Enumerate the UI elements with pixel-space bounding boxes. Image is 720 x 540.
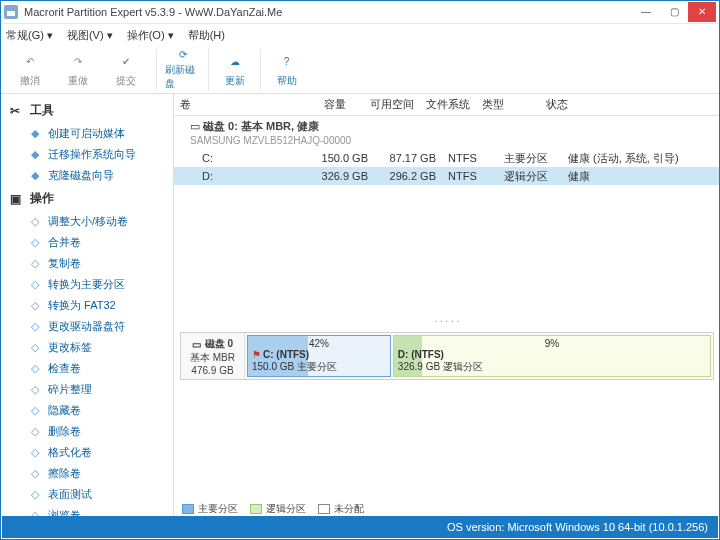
op-icon: ◇	[28, 446, 42, 460]
app-icon	[4, 5, 18, 19]
partition-list-header: 卷 容量 可用空间 文件系统 类型 状态	[174, 94, 720, 116]
col-filesystem[interactable]: 文件系统	[420, 97, 476, 112]
refresh-icon: ⟳	[173, 49, 193, 61]
redo-button[interactable]: ↷重做	[56, 49, 100, 91]
undo-icon: ↶	[20, 52, 40, 72]
partition-row[interactable]: C:150.0 GB87.17 GBNTFS主要分区健康 (活动, 系统, 引导…	[174, 149, 720, 167]
op-icon: ◇	[28, 362, 42, 376]
sidebar-op-item[interactable]: ◇隐藏卷	[0, 400, 173, 421]
update-button[interactable]: ☁更新	[208, 49, 252, 91]
sidebar-op-item[interactable]: ◇删除卷	[0, 421, 173, 442]
op-icon: ◇	[28, 467, 42, 481]
op-icon: ◇	[28, 509, 42, 517]
tools-icon: ✂	[10, 104, 24, 118]
graph-partition-c[interactable]: 42% ⚑C: (NTFS) 150.0 GB 主要分区	[247, 335, 391, 377]
status-bar: OS version: Microsoft Windows 10 64-bit …	[2, 516, 718, 538]
op-icon: ◇	[28, 257, 42, 271]
sidebar-tools-header: ✂工具	[0, 98, 173, 123]
minimize-button[interactable]: —	[632, 2, 660, 22]
disk-row[interactable]: ▭ 磁盘 0: 基本 MBR, 健康 SAMSUNG MZVLB512HAJQ-…	[174, 116, 720, 149]
sidebar: ✂工具 ◆创建可启动媒体◆迁移操作系统向导◆克隆磁盘向导 ▣操作 ◇调整大小/移…	[0, 94, 174, 516]
toolbar: ↶撤消 ↷重做 ✔提交 ⟳刷新磁盘 ☁更新 ?帮助	[0, 46, 720, 94]
sidebar-tool-item[interactable]: ◆创建可启动媒体	[0, 123, 173, 144]
maximize-button[interactable]: ▢	[660, 2, 688, 22]
sidebar-op-item[interactable]: ◇更改标签	[0, 337, 173, 358]
op-icon: ◇	[28, 404, 42, 418]
op-icon: ◇	[28, 341, 42, 355]
sidebar-op-item[interactable]: ◇合并卷	[0, 232, 173, 253]
help-icon: ?	[277, 52, 297, 72]
op-icon: ◇	[28, 425, 42, 439]
sidebar-op-item[interactable]: ◇浏览卷	[0, 505, 173, 516]
os-version: OS version: Microsoft Windows 10 64-bit …	[447, 521, 708, 533]
update-icon: ☁	[225, 52, 245, 72]
partition-row[interactable]: D:326.9 GB296.2 GBNTFS逻辑分区健康	[174, 167, 720, 185]
sidebar-tool-item[interactable]: ◆克隆磁盘向导	[0, 165, 173, 186]
graph-disk-label: ▭磁盘 0 基本 MBR 476.9 GB	[181, 333, 245, 379]
sidebar-op-item[interactable]: ◇碎片整理	[0, 379, 173, 400]
undo-button[interactable]: ↶撤消	[8, 49, 52, 91]
sidebar-op-item[interactable]: ◇擦除卷	[0, 463, 173, 484]
menu-operate[interactable]: 操作(O) ▾	[127, 28, 174, 43]
content-area: 卷 容量 可用空间 文件系统 类型 状态 ▭ 磁盘 0: 基本 MBR, 健康 …	[174, 94, 720, 516]
col-volume[interactable]: 卷	[174, 97, 284, 112]
commit-button[interactable]: ✔提交	[104, 49, 148, 91]
op-icon: ◇	[28, 488, 42, 502]
col-capacity[interactable]: 容量	[284, 97, 352, 112]
op-icon: ◇	[28, 320, 42, 334]
close-button[interactable]: ✕	[688, 2, 716, 22]
graph-partition-d[interactable]: 9% D: (NTFS) 326.9 GB 逻辑分区	[393, 335, 711, 377]
tool-icon: ◆	[28, 169, 42, 183]
op-icon: ◇	[28, 278, 42, 292]
splitter[interactable]: . . . . .	[174, 311, 720, 326]
sidebar-op-item[interactable]: ◇检查卷	[0, 358, 173, 379]
ops-icon: ▣	[10, 192, 24, 206]
op-icon: ◇	[28, 236, 42, 250]
menu-view[interactable]: 视图(V) ▾	[67, 28, 113, 43]
menu-help[interactable]: 帮助(H)	[188, 28, 225, 43]
col-status[interactable]: 状态	[540, 97, 720, 112]
col-free[interactable]: 可用空间	[352, 97, 420, 112]
flag-icon: ⚑	[252, 349, 261, 360]
sidebar-ops-header: ▣操作	[0, 186, 173, 211]
sidebar-op-item[interactable]: ◇复制卷	[0, 253, 173, 274]
disk-graph: ▭磁盘 0 基本 MBR 476.9 GB 42% ⚑C: (NTFS) 150…	[180, 332, 714, 380]
sidebar-tool-item[interactable]: ◆迁移操作系统向导	[0, 144, 173, 165]
tool-icon: ◆	[28, 148, 42, 162]
tool-icon: ◆	[28, 127, 42, 141]
sidebar-op-item[interactable]: ◇转换为 FAT32	[0, 295, 173, 316]
op-icon: ◇	[28, 215, 42, 229]
commit-icon: ✔	[116, 52, 136, 72]
window-title: Macrorit Partition Expert v5.3.9 - WwW.D…	[24, 6, 632, 18]
sidebar-op-item[interactable]: ◇更改驱动器盘符	[0, 316, 173, 337]
col-type[interactable]: 类型	[476, 97, 540, 112]
menu-general[interactable]: 常规(G) ▾	[6, 28, 53, 43]
sidebar-op-item[interactable]: ◇表面测试	[0, 484, 173, 505]
op-icon: ◇	[28, 383, 42, 397]
svg-rect-1	[7, 11, 15, 16]
help-button[interactable]: ?帮助	[260, 49, 304, 91]
disk-icon: ▭	[190, 120, 200, 132]
title-bar: Macrorit Partition Expert v5.3.9 - WwW.D…	[0, 0, 720, 24]
menu-bar: 常规(G) ▾ 视图(V) ▾ 操作(O) ▾ 帮助(H)	[0, 24, 720, 46]
redo-icon: ↷	[68, 52, 88, 72]
sidebar-op-item[interactable]: ◇调整大小/移动卷	[0, 211, 173, 232]
op-icon: ◇	[28, 299, 42, 313]
sidebar-op-item[interactable]: ◇格式化卷	[0, 442, 173, 463]
refresh-button[interactable]: ⟳刷新磁盘	[156, 49, 200, 91]
legend: 主要分区 逻辑分区 未分配	[182, 502, 364, 516]
disk-icon: ▭	[192, 339, 201, 350]
sidebar-op-item[interactable]: ◇转换为主要分区	[0, 274, 173, 295]
